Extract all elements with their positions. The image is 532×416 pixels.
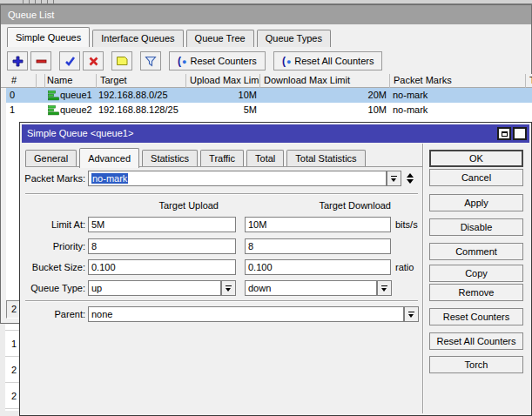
dropdown-icon [380, 285, 388, 292]
col-header-partial[interactable]: T [526, 74, 532, 88]
packet-marks-dropdown-button[interactable] [387, 171, 401, 186]
apply-button[interactable]: Apply [429, 194, 523, 211]
reset-counters-button[interactable]: (● Reset Counters [169, 51, 266, 70]
reset-all-counters-button[interactable]: Reset All Counters [429, 332, 523, 350]
col-header-download-max[interactable]: Download Max Limit [260, 74, 390, 88]
torch-button[interactable]: Torch [429, 356, 523, 373]
packet-marks-value: no-mark [91, 173, 128, 184]
priority-label: Priority: [24, 241, 85, 252]
separator [25, 300, 418, 302]
check-icon [64, 56, 76, 67]
queue-type-label: Queue Type: [24, 283, 85, 293]
comment-button[interactable] [111, 51, 132, 70]
ok-button[interactable]: OK [429, 150, 523, 167]
tab-statistics[interactable]: Statistics [142, 150, 198, 167]
queue-list-titlebar[interactable]: Queue List [1, 5, 531, 24]
queue-upload-max: 5M [186, 103, 257, 117]
packet-marks-combo[interactable]: no-mark [88, 171, 387, 186]
tab-advanced[interactable]: Advanced [79, 148, 139, 168]
target-download-header: Target Download [245, 200, 391, 211]
limit-at-download-field[interactable]: 10M [245, 217, 391, 232]
tab-queue-types[interactable]: Queue Types [257, 30, 331, 47]
queue-type-upload-dropdown-button[interactable] [221, 280, 236, 296]
disable-button[interactable]: Disable [429, 218, 523, 236]
enable-button[interactable] [59, 51, 80, 70]
reset-icon: (● [178, 55, 190, 67]
queue-list-tabs: Simple Queues Interface Queues Queue Tre… [7, 27, 331, 47]
tab-total-statistics[interactable]: Total Statistics [286, 150, 365, 167]
close-icon: ✕ [517, 131, 523, 138]
parent-dropdown-button[interactable] [404, 306, 419, 322]
table-row[interactable]: 1 queue2 192.168.88.128/25 5M 10M no-mar… [6, 103, 532, 117]
queue-type-upload-combo[interactable]: up [88, 280, 221, 296]
copy-button[interactable]: Copy [429, 265, 523, 282]
filter-button[interactable] [140, 51, 161, 70]
restore-icon [502, 131, 508, 137]
table-row[interactable]: 0 queue1 192.168.88.0/25 10M 20M no-mark [6, 88, 532, 103]
background-row-num: 2 [5, 357, 19, 383]
limit-at-unit: bits/s [395, 219, 418, 230]
reset-all-counters-button[interactable]: (● Reset All Counters [273, 51, 383, 70]
tab-simple-queues[interactable]: Simple Queues [7, 27, 90, 47]
queue-list-toolbar: (● Reset Counters (● Reset All Counters [7, 50, 385, 71]
disable-button[interactable] [83, 51, 104, 70]
restore-button[interactable] [497, 127, 511, 140]
col-header-name[interactable]: Name [45, 74, 97, 88]
reset-counters-label: Reset Counters [190, 56, 256, 66]
packet-marks-label: Packet Marks: [24, 173, 85, 184]
tab-total[interactable]: Total [246, 150, 284, 167]
window-grip-ticks [23, 0, 59, 3]
parent-combo[interactable]: none [88, 306, 404, 322]
tab-queue-tree[interactable]: Queue Tree [186, 30, 254, 47]
button-column-divider [422, 144, 424, 413]
col-header-target[interactable]: Target [97, 74, 186, 88]
comment-icon [116, 56, 128, 66]
queue-name: queue2 [60, 103, 100, 117]
queue-packet-marks: no-mark [393, 88, 523, 103]
limit-at-upload-field[interactable]: 5M [88, 217, 236, 232]
packet-marks-updown-button[interactable] [404, 171, 416, 186]
background-table-cells: 1 2 2 [5, 324, 19, 411]
tab-traffic[interactable]: Traffic [200, 150, 244, 167]
row-num: 0 [10, 88, 34, 103]
col-header-upload-max[interactable]: Upload Max Limit [186, 74, 260, 88]
col-header-flags[interactable] [37, 74, 45, 88]
dropdown-icon [390, 175, 398, 183]
remove-button[interactable] [30, 51, 51, 70]
add-button[interactable] [7, 51, 28, 70]
queue-icon [48, 105, 59, 120]
priority-upload-field[interactable]: 8 [88, 238, 236, 254]
down-arrow-icon [407, 179, 414, 184]
dialog-titlebar[interactable]: Simple Queue <queue1> ✕ [22, 124, 529, 143]
background-row-num: 1 [5, 331, 19, 357]
dialog-title: Simple Queue <queue1> [27, 128, 133, 138]
tab-general[interactable]: General [25, 150, 77, 167]
queue-type-download-dropdown-button[interactable] [377, 280, 392, 296]
parent-label: Parent: [24, 309, 85, 319]
background-table-strip: 1 2 2 [0, 324, 19, 416]
queue-target: 192.168.88.0/25 [98, 88, 185, 103]
reset-counters-button[interactable]: Reset Counters [429, 308, 523, 325]
simple-queue-dialog: Simple Queue <queue1> ✕ General Advanced… [19, 122, 532, 416]
bucket-size-download-field[interactable]: 0.100 [245, 259, 391, 275]
x-icon [88, 56, 99, 67]
queue-type-download-combo[interactable]: down [245, 280, 377, 296]
priority-download-field[interactable]: 8 [245, 238, 391, 254]
filter-icon [145, 56, 157, 67]
remove-button[interactable]: Remove [429, 284, 523, 301]
queue-packet-marks: no-mark [393, 103, 523, 117]
bucket-size-upload-field[interactable]: 0.100 [88, 259, 236, 275]
tab-interface-queues[interactable]: Interface Queues [92, 30, 183, 47]
comment-button[interactable]: Comment [429, 243, 523, 260]
minus-icon [36, 56, 47, 67]
bucket-size-label: Bucket Size: [24, 262, 85, 272]
up-arrow-icon [407, 173, 414, 178]
cancel-button[interactable]: Cancel [429, 169, 523, 186]
row-num: 1 [10, 103, 34, 117]
target-upload-header: Target Upload [88, 200, 219, 211]
close-button[interactable]: ✕ [513, 127, 527, 140]
col-header-num[interactable]: # [6, 74, 37, 88]
col-header-packet-marks[interactable]: Packet Marks [390, 74, 526, 88]
separator [25, 193, 418, 195]
limit-at-label: Limit At: [24, 219, 85, 230]
